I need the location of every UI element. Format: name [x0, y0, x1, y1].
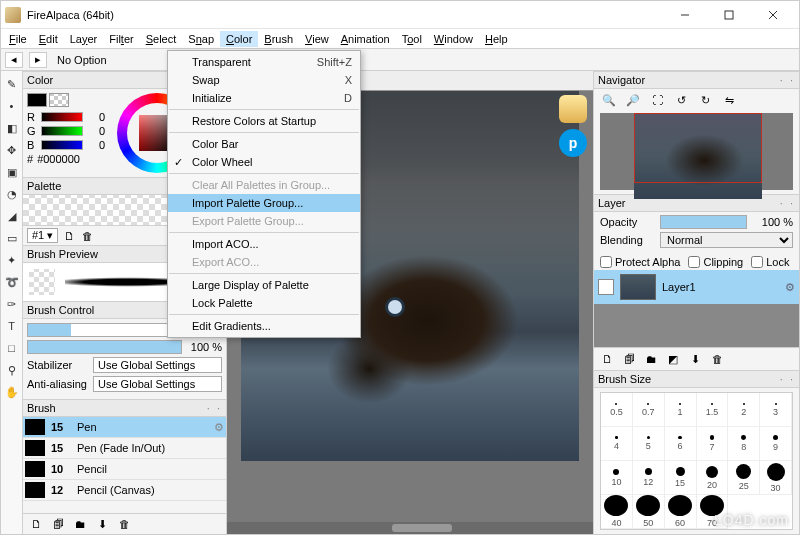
layer-visibility-icon[interactable]	[598, 279, 614, 295]
menu-select[interactable]: Select	[140, 31, 183, 47]
dot-tool-icon[interactable]: •	[3, 97, 21, 115]
g-slider[interactable]	[41, 126, 83, 136]
background-swatch[interactable]	[49, 93, 69, 107]
palette-selector[interactable]: #1 ▾	[27, 228, 58, 243]
menu-brush[interactable]: Brush	[258, 31, 299, 47]
foreground-swatch[interactable]	[27, 93, 47, 107]
brush-list-item[interactable]: 15Pen (Fade In/Out)	[23, 438, 226, 459]
eraser-tool-icon[interactable]: ◧	[3, 119, 21, 137]
brush-size-cell[interactable]: 1.5	[697, 393, 729, 427]
brush-size-slider[interactable]	[27, 323, 182, 337]
brush-size-cell[interactable]: 0.5	[601, 393, 633, 427]
menu-view[interactable]: View	[299, 31, 335, 47]
brush-size-cell[interactable]: 15	[665, 461, 697, 495]
mask-layer-icon[interactable]: ◩	[666, 352, 680, 366]
brush-size-cell[interactable]: 10	[601, 461, 633, 495]
menu-layer[interactable]: Layer	[64, 31, 104, 47]
menu-item[interactable]: Lock Palette	[168, 294, 360, 312]
lasso-tool-icon[interactable]: ➰	[3, 273, 21, 291]
panel-grip-icon[interactable]	[780, 197, 795, 209]
horizontal-scrollbar[interactable]	[227, 522, 593, 534]
bucket-tool-icon[interactable]: ◔	[3, 185, 21, 203]
zoom-in-icon[interactable]: 🔍	[600, 92, 618, 108]
menu-item[interactable]: Edit Gradients...	[168, 317, 360, 335]
hex-value[interactable]: #000000	[37, 153, 80, 165]
zoom-out-icon[interactable]: 🔎	[624, 92, 642, 108]
menu-item[interactable]: TransparentShift+Z	[168, 53, 360, 71]
brush-size-cell[interactable]: 12	[633, 461, 665, 495]
menu-animation[interactable]: Animation	[335, 31, 396, 47]
rotate-ccw-icon[interactable]: ↺	[672, 92, 690, 108]
alpaca-badge-icon[interactable]	[559, 95, 587, 123]
add-brush-icon[interactable]: 🗋	[29, 517, 43, 531]
menu-item[interactable]: Import ACO...	[168, 235, 360, 253]
layer-row[interactable]: Layer1 ⚙	[594, 270, 799, 304]
delete-layer-icon[interactable]: 🗑	[710, 352, 724, 366]
panel-grip-icon[interactable]	[780, 74, 795, 86]
brush-list-item[interactable]: 12Pencil (Canvas)	[23, 480, 226, 501]
gradient-tool-icon[interactable]: ◢	[3, 207, 21, 225]
download-brush-icon[interactable]: ⬇	[95, 517, 109, 531]
wand-tool-icon[interactable]: ✦	[3, 251, 21, 269]
menu-help[interactable]: Help	[479, 31, 514, 47]
nav-back-button[interactable]: ◂	[5, 52, 23, 68]
brush-size-cell[interactable]: 7	[697, 427, 729, 461]
menu-window[interactable]: Window	[428, 31, 479, 47]
select-tool-icon[interactable]: ▭	[3, 229, 21, 247]
brush-size-cell[interactable]: 3	[760, 393, 792, 427]
close-button[interactable]	[751, 1, 795, 29]
brush-gear-icon[interactable]: ⚙	[214, 421, 224, 434]
new-palette-icon[interactable]: 🗋	[62, 229, 76, 243]
brush-list-item[interactable]: 15Pen⚙	[23, 417, 226, 438]
b-slider[interactable]	[41, 140, 83, 150]
clipping-checkbox[interactable]: Clipping	[688, 256, 743, 268]
brush-size-cell[interactable]: 25	[728, 461, 760, 495]
fill-tool-icon[interactable]: ▣	[3, 163, 21, 181]
blending-combo[interactable]: Normal	[660, 232, 793, 248]
lock-checkbox[interactable]: Lock	[751, 256, 789, 268]
nav-forward-button[interactable]: ▸	[29, 52, 47, 68]
menu-item[interactable]: Color Wheel	[168, 153, 360, 171]
brush-size-cell[interactable]: 30	[760, 461, 792, 495]
layer-settings-icon[interactable]: ⚙	[785, 281, 795, 294]
hand-tool-icon[interactable]: ✋	[3, 383, 21, 401]
menu-snap[interactable]: Snap	[182, 31, 220, 47]
folder-layer-icon[interactable]: 🖿	[644, 352, 658, 366]
brush-size-cell[interactable]: 2	[728, 393, 760, 427]
menu-item[interactable]: Import Palette Group...	[168, 194, 360, 212]
menu-tool[interactable]: Tool	[396, 31, 428, 47]
panel-grip-icon[interactable]	[207, 402, 222, 414]
brush-size-cell[interactable]: 1	[665, 393, 697, 427]
brush-size-cell[interactable]: 60	[665, 495, 697, 529]
brush-size-cell[interactable]: 20	[697, 461, 729, 495]
text-tool-icon[interactable]: T	[3, 317, 21, 335]
panel-grip-icon[interactable]	[780, 373, 795, 385]
rotate-cw-icon[interactable]: ↻	[696, 92, 714, 108]
brush-size-cell[interactable]: 6	[665, 427, 697, 461]
minimize-button[interactable]	[663, 1, 707, 29]
brush-list-item[interactable]: 10Pencil	[23, 459, 226, 480]
new-layer-icon[interactable]: 🗋	[600, 352, 614, 366]
brush-size-cell[interactable]: 9	[760, 427, 792, 461]
brush-tool-icon[interactable]: ✎	[3, 75, 21, 93]
dup-layer-icon[interactable]: 🗐	[622, 352, 636, 366]
r-slider[interactable]	[41, 112, 83, 122]
eyedropper-tool-icon[interactable]: ⚲	[3, 361, 21, 379]
brush-size-cell[interactable]: 5	[633, 427, 665, 461]
merge-down-icon[interactable]: ⬇	[688, 352, 702, 366]
menu-item[interactable]: InitializeD	[168, 89, 360, 107]
navigator-preview[interactable]	[600, 113, 793, 190]
flip-icon[interactable]: ⇋	[720, 92, 738, 108]
antialias-combo[interactable]: Use Global Settings	[93, 376, 222, 392]
menu-color[interactable]: Color	[220, 31, 258, 47]
stabilizer-combo[interactable]: Use Global Settings	[93, 357, 222, 373]
maximize-button[interactable]	[707, 1, 751, 29]
brush-size-cell[interactable]: 4	[601, 427, 633, 461]
brush-size-cell[interactable]: 8	[728, 427, 760, 461]
menu-item[interactable]: Large Display of Palette	[168, 276, 360, 294]
fit-icon[interactable]: ⛶	[648, 92, 666, 108]
brush-opacity-slider[interactable]	[27, 340, 182, 354]
menu-file[interactable]: File	[3, 31, 33, 47]
menu-filter[interactable]: Filter	[103, 31, 139, 47]
layer-name[interactable]: Layer1	[662, 281, 779, 293]
